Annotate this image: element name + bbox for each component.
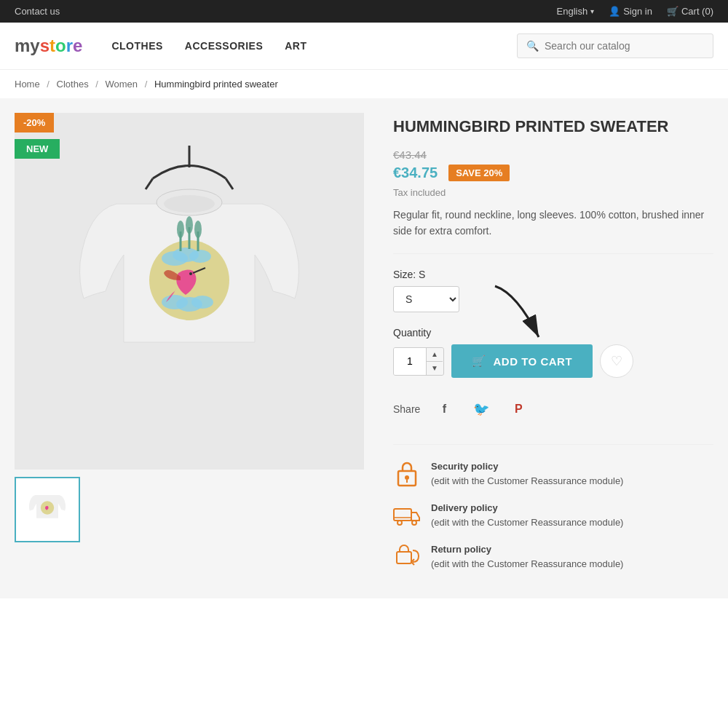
current-price: €34.75 xyxy=(393,165,438,181)
svg-point-26 xyxy=(397,521,402,525)
breadcrumb-sep-2: / xyxy=(95,79,98,90)
product-title: HUMMINGBIRD PRINTED SWEATER xyxy=(393,116,713,138)
heart-icon: ♡ xyxy=(611,353,622,369)
size-label: Size: S xyxy=(393,269,713,280)
svg-point-27 xyxy=(412,521,416,525)
svg-rect-25 xyxy=(394,509,411,521)
delivery-icon xyxy=(393,501,421,529)
breadcrumb-sep-3: / xyxy=(145,79,148,90)
svg-point-4 xyxy=(164,195,215,213)
add-to-cart-button[interactable]: 🛒 ADD TO CART xyxy=(451,344,593,378)
svg-point-11 xyxy=(191,296,213,309)
badge-discount: -20% xyxy=(15,113,54,132)
size-selector[interactable]: S M L XL XXL xyxy=(393,286,459,312)
search-bar: 🔍 xyxy=(517,33,713,58)
nav-accessories[interactable]: ACCESSORIES xyxy=(185,40,263,52)
breadcrumb-clothes[interactable]: Clothes xyxy=(57,79,89,90)
svg-point-19 xyxy=(189,272,192,275)
breadcrumb-sep-1: / xyxy=(47,79,50,90)
main-nav: CLOTHES ACCESSORIES ART xyxy=(111,40,306,52)
nav-clothes[interactable]: CLOTHES xyxy=(111,40,162,52)
logo[interactable]: mystore xyxy=(15,36,82,56)
reassurance-delivery: Delivery policy (edit with the Customer … xyxy=(393,501,713,529)
tax-info: Tax included xyxy=(393,187,713,198)
quantity-input[interactable]: 1 xyxy=(394,348,426,375)
cart-icon: 🛒 xyxy=(472,355,486,368)
facebook-icon: f xyxy=(443,403,446,416)
search-input[interactable] xyxy=(545,40,704,52)
reassurance-return: Return policy (edit with the Customer Re… xyxy=(393,542,713,571)
reassurance-security: Security policy (edit with the Customer … xyxy=(393,459,713,488)
price-row: €34.75 SAVE 20% xyxy=(393,165,713,181)
cart-icon: 🛒 xyxy=(667,6,678,17)
quantity-cart-row: 1 ▲ ▼ 🛒 ADD TO CART ♡ xyxy=(393,344,713,378)
breadcrumb-women[interactable]: Women xyxy=(106,79,138,90)
facebook-button[interactable]: f xyxy=(431,396,457,422)
wishlist-button[interactable]: ♡ xyxy=(600,344,633,378)
return-text: Return policy (edit with the Customer Re… xyxy=(431,542,623,571)
qty-increase[interactable]: ▲ xyxy=(427,348,443,362)
svg-line-1 xyxy=(146,178,153,189)
security-text: Security policy (edit with the Customer … xyxy=(431,459,623,488)
language-selector[interactable]: English ▾ xyxy=(557,6,595,17)
twitter-button[interactable]: 🐦 xyxy=(468,396,494,422)
logo-store: store xyxy=(40,36,83,55)
svg-line-2 xyxy=(226,178,233,189)
product-description: Regular fit, round neckline, long sleeve… xyxy=(393,207,713,255)
pinterest-button[interactable]: P xyxy=(505,396,531,422)
header: mystore CLOTHES ACCESSORIES ART 🔍 xyxy=(0,23,728,70)
return-icon xyxy=(393,542,421,570)
product-images: -20% NEW xyxy=(15,113,364,584)
sign-in-link[interactable]: 👤 Sign in xyxy=(609,6,652,17)
top-bar: Contact us English ▾ 👤 Sign in 🛒 Cart (0… xyxy=(0,0,728,23)
share-label: Share xyxy=(393,403,420,415)
svg-rect-29 xyxy=(397,552,411,563)
share-row: Share f 🐦 P xyxy=(393,396,713,422)
svg-point-13 xyxy=(177,221,184,238)
twitter-icon: 🐦 xyxy=(473,401,489,417)
product-info: HUMMINGBIRD PRINTED SWEATER €43.44 €34.7… xyxy=(393,113,713,584)
language-dropdown-arrow: ▾ xyxy=(590,7,594,15)
svg-point-15 xyxy=(186,216,193,234)
reassurance: Security policy (edit with the Customer … xyxy=(393,444,713,571)
breadcrumb: Home / Clothes / Women / Hummingbird pri… xyxy=(0,70,728,98)
badge-new: NEW xyxy=(15,139,60,159)
pinterest-icon: P xyxy=(515,403,523,416)
qty-arrows: ▲ ▼ xyxy=(426,348,443,375)
product-area: -20% NEW xyxy=(0,98,728,598)
svg-point-17 xyxy=(194,221,202,238)
nav-art[interactable]: ART xyxy=(285,40,306,52)
svg-point-23 xyxy=(405,475,409,480)
security-icon xyxy=(393,459,421,487)
user-icon: 👤 xyxy=(609,6,620,17)
logo-my: my xyxy=(15,36,40,55)
qty-decrease[interactable]: ▼ xyxy=(427,362,443,375)
save-badge: SAVE 20% xyxy=(448,165,510,181)
quantity-label: Quantity xyxy=(393,327,713,339)
cart-link[interactable]: 🛒 Cart (0) xyxy=(667,6,713,17)
original-price: €43.44 xyxy=(393,149,713,161)
thumbnail-1[interactable] xyxy=(15,477,80,542)
thumbnail-row xyxy=(15,477,364,542)
search-icon: 🔍 xyxy=(526,40,539,52)
product-image-svg xyxy=(73,138,306,444)
breadcrumb-current: Hummingbird printed sweater xyxy=(154,79,278,90)
quantity-cart-wrapper: 1 ▲ ▼ 🛒 ADD TO CART ♡ xyxy=(393,344,713,378)
svg-point-8 xyxy=(189,250,211,263)
quantity-stepper: 1 ▲ ▼ xyxy=(393,347,444,376)
contact-us[interactable]: Contact us xyxy=(15,6,60,17)
main-image: -20% NEW xyxy=(15,113,364,470)
delivery-text: Delivery policy (edit with the Customer … xyxy=(431,501,623,529)
breadcrumb-home[interactable]: Home xyxy=(15,79,40,90)
